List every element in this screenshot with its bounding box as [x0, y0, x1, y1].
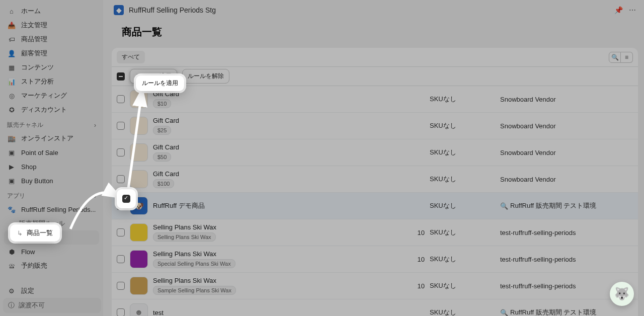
table-row[interactable]: ☻testSKUなし🔍RuffRuff 販売期間 テスト環境	[112, 299, 638, 316]
app-header: ◆ RuffRuff Selling Periods Stg 📌 ⋯	[106, 0, 644, 20]
product-sku: SKUなし	[430, 228, 495, 237]
table-row[interactable]: Gift Card$50SKUなしSnowboard Vendor	[112, 139, 638, 166]
product-sku: SKUなし	[430, 121, 495, 130]
product-sku: SKUなし	[430, 95, 495, 104]
highlight-apply-button[interactable]: ルールを適用	[136, 75, 184, 91]
discount-icon: ✪	[7, 105, 16, 114]
target-icon: ◎	[7, 91, 16, 100]
product-card: すべて 🔍 ≡ ルールを適用 ルールを解除 Gift Card$10SKUなしS…	[112, 48, 638, 316]
product-title: Selling Plans Ski Wax	[153, 277, 399, 284]
wolf-icon: 🐺	[614, 287, 629, 301]
product-badge: Sample Selling Plans Ski Wax	[153, 286, 236, 295]
table-row[interactable]: Selling Plans Ski WaxSample Selling Plan…	[112, 273, 638, 299]
row-checkbox[interactable]	[117, 255, 125, 263]
orders-icon: 📥	[7, 21, 16, 30]
nav-app-ruffruff[interactable]: 🐾RuffRuff Selling Periods...	[0, 202, 103, 216]
product-badge: $100	[153, 179, 174, 188]
product-vendor: 🔍RuffRuff 販売期間 テスト環境	[500, 308, 633, 316]
row-checkbox[interactable]	[117, 175, 125, 183]
nav-pos[interactable]: ▣Point of Sale	[0, 145, 103, 160]
product-vendor: Snowboard Vendor	[500, 96, 633, 103]
search-icon: 🔍	[500, 309, 508, 317]
product-title: Gift Card	[153, 143, 399, 151]
row-checkbox[interactable]	[117, 228, 125, 236]
nav-buy-button[interactable]: ▣Buy Button	[0, 174, 103, 188]
product-vendor: test-ruffruff-selling-periods	[500, 229, 633, 236]
nav-analytics[interactable]: 📊ストア分析	[0, 74, 103, 89]
tab-all[interactable]: すべて	[117, 51, 145, 63]
table-row[interactable]: Selling Plans Ski WaxSelling Plans Ski W…	[112, 219, 638, 246]
nav-flow[interactable]: ⬢Flow	[0, 245, 103, 259]
nav-products[interactable]: 🏷商品管理	[0, 32, 103, 46]
row-checkbox[interactable]	[117, 122, 125, 130]
product-title: Gift Card	[153, 170, 399, 178]
nav-shop[interactable]: ▶Shop	[0, 160, 103, 174]
more-icon[interactable]: ⋯	[629, 6, 636, 14]
sort-icon[interactable]: ≡	[621, 52, 633, 63]
nav-customers[interactable]: 👤顧客管理	[0, 46, 103, 60]
product-main: Selling Plans Ski WaxSelling Plans Ski W…	[153, 223, 399, 242]
nav-content[interactable]: ▦コンテンツ	[0, 60, 103, 74]
search-icon: 🔍	[500, 202, 508, 210]
nav-home[interactable]: ⌂ホーム	[0, 4, 103, 18]
section-channels[interactable]: 販売チャネル›	[0, 117, 103, 131]
pin-icon[interactable]: 📌	[614, 6, 623, 14]
highlight-nav-products[interactable]: ↳商品一覧	[10, 224, 60, 242]
chevron-right-icon: ›	[94, 122, 96, 129]
remove-rule-button[interactable]: ルールを解除	[182, 69, 229, 84]
home-icon: ⌂	[7, 7, 16, 16]
product-main: Selling Plans Ski WaxSample Selling Plan…	[153, 277, 399, 295]
product-title: test	[153, 309, 399, 317]
row-checkbox[interactable]	[117, 148, 125, 156]
product-sku: SKUなし	[430, 281, 495, 290]
select-all-checkbox[interactable]	[117, 72, 125, 81]
table-row[interactable]: Gift Card$10SKUなしSnowboard Vendor	[112, 86, 638, 113]
product-badge: $25	[153, 126, 171, 135]
product-thumbnail	[130, 117, 148, 135]
transfer-banner[interactable]: ⓘ譲渡不可	[3, 298, 101, 313]
product-badge: $50	[153, 152, 171, 162]
product-main: Gift Card$10	[153, 90, 399, 108]
product-qty: 10	[405, 256, 425, 263]
product-main: Gift Card$50	[153, 143, 399, 162]
highlight-row-checkbox[interactable]	[117, 189, 136, 208]
nav-online-store[interactable]: 🏬オンラインストア	[0, 131, 103, 145]
nav-discounts[interactable]: ✪ディスカウント	[0, 103, 103, 117]
main: ◆ RuffRuff Selling Periods Stg 📌 ⋯ 商品一覧 …	[106, 0, 644, 316]
row-checkbox[interactable]	[117, 308, 125, 316]
row-checkbox[interactable]	[117, 282, 125, 290]
product-main: test	[153, 309, 399, 317]
table-row[interactable]: Gift Card$100SKUなしSnowboard Vendor	[112, 166, 638, 193]
product-sku: SKUなし	[430, 148, 495, 157]
product-vendor: test-ruffruff-selling-periods	[500, 256, 633, 263]
search-icon[interactable]: 🔍	[609, 52, 621, 63]
product-rows: Gift Card$10SKUなしSnowboard VendorGift Ca…	[112, 86, 638, 316]
sidebar: ⌂ホーム 📥注文管理 🏷商品管理 👤顧客管理 ▦コンテンツ 📊ストア分析 ◎マー…	[0, 0, 103, 316]
tag-icon: 🏷	[7, 35, 16, 44]
nav-orders[interactable]: 📥注文管理	[0, 18, 103, 32]
chat-fab[interactable]: 🐺	[610, 282, 634, 306]
nav-preorder[interactable]: 🛎予約販売	[0, 259, 103, 273]
product-main: RuffRuff デモ商品	[153, 201, 399, 210]
product-title: Gift Card	[153, 90, 399, 98]
table-row[interactable]: Gift Card$25SKUなしSnowboard Vendor	[112, 113, 638, 139]
pos-icon: ▣	[7, 148, 16, 157]
product-sku: SKUなし	[430, 255, 495, 264]
product-thumbnail	[130, 277, 148, 295]
product-main: Gift Card$25	[153, 117, 399, 135]
nav-settings[interactable]: ⚙設定	[0, 284, 103, 298]
product-title: Selling Plans Ski Wax	[153, 223, 399, 231]
product-thumbnail	[130, 143, 148, 162]
product-thumbnail	[130, 223, 148, 242]
info-icon: ⓘ	[8, 301, 15, 310]
app-name: RuffRuff Selling Periods Stg	[129, 6, 216, 14]
section-apps[interactable]: アプリ›	[0, 188, 103, 202]
table-row[interactable]: Selling Plans Ski WaxSpecial Selling Pla…	[112, 246, 638, 273]
product-thumbnail	[130, 250, 148, 268]
nav-marketing[interactable]: ◎マーケティング	[0, 89, 103, 103]
content-icon: ▦	[7, 63, 16, 72]
table-row[interactable]: 🐶RuffRuff デモ商品SKUなし🔍RuffRuff 販売期間 テスト環境	[112, 193, 638, 219]
product-thumbnail: ☻	[130, 303, 148, 316]
row-checkbox[interactable]	[117, 95, 125, 103]
preorder-icon: 🛎	[7, 261, 16, 270]
